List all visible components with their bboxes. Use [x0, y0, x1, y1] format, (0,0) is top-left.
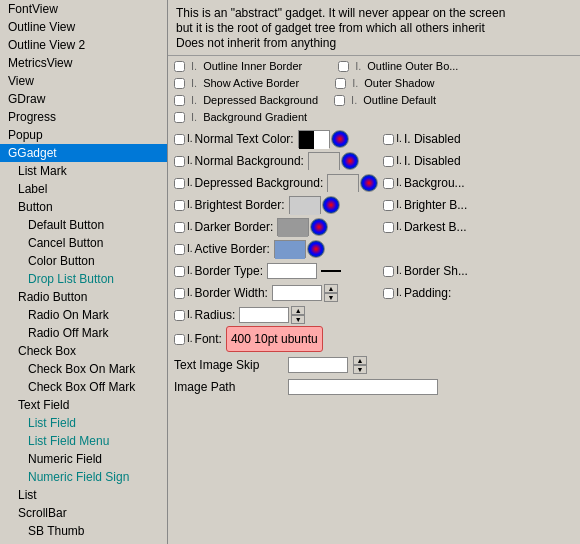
border-width-down[interactable]: ▼	[324, 293, 338, 302]
sidebar-item[interactable]: ScrollBar	[0, 504, 167, 522]
sidebar-item[interactable]: Line	[0, 540, 167, 544]
sidebar-item[interactable]: Progress	[0, 108, 167, 126]
sidebar-item[interactable]: Button	[0, 198, 167, 216]
border-type-cb[interactable]	[174, 266, 185, 277]
background-cb[interactable]	[383, 178, 394, 189]
brighter-border-cb[interactable]	[383, 200, 394, 211]
sidebar-item[interactable]: FontView	[0, 0, 167, 18]
sidebar: FontViewOutline ViewOutline View 2Metric…	[0, 0, 168, 544]
active-border-row: I. Active Border:	[174, 238, 378, 260]
sidebar-item[interactable]: Radio Button	[0, 288, 167, 306]
border-width-spinner[interactable]: ▲ ▼	[324, 284, 338, 302]
disabled2-cb[interactable]	[383, 156, 394, 167]
sidebar-item[interactable]: SB Thumb	[0, 522, 167, 540]
image-path-row: Image Path =	[174, 376, 574, 398]
normal-bg-box[interactable]	[308, 152, 340, 170]
inherit-outer-shadow-cb[interactable]	[335, 78, 346, 89]
padding-cb[interactable]	[383, 288, 394, 299]
sidebar-item[interactable]: GDraw	[0, 90, 167, 108]
radius-spinner[interactable]: ▲ ▼	[291, 306, 305, 324]
image-path-input[interactable]: =	[288, 379, 438, 395]
active-border-picker[interactable]	[307, 240, 325, 258]
inherit-label-5: I.	[191, 92, 197, 108]
inherit-depressed-bg-cb[interactable]	[174, 95, 185, 106]
brightest-border-box[interactable]	[289, 196, 321, 214]
sidebar-item[interactable]: Numeric Field Sign	[0, 468, 167, 486]
sidebar-item[interactable]: Label	[0, 180, 167, 198]
sidebar-item[interactable]: Default Button	[0, 216, 167, 234]
radius-down[interactable]: ▼	[291, 315, 305, 324]
normal-bg-swatch	[308, 152, 359, 170]
sidebar-item[interactable]: Cancel Button	[0, 234, 167, 252]
border-type-input[interactable]: Box	[267, 263, 317, 279]
normal-bg-picker[interactable]	[341, 152, 359, 170]
active-border-cb[interactable]	[174, 244, 185, 255]
text-image-skip-input[interactable]: 4	[288, 357, 348, 373]
darkest-border-cb[interactable]	[383, 222, 394, 233]
props-grid: I. Normal Text Color: I. Normal Backgrou…	[168, 128, 580, 352]
darker-border-box[interactable]	[277, 218, 309, 236]
swatch-active	[275, 241, 305, 259]
sidebar-item[interactable]: Outline View 2	[0, 36, 167, 54]
inherit-outer-border-cb[interactable]	[338, 61, 349, 72]
sidebar-item[interactable]: Radio Off Mark	[0, 324, 167, 342]
inherit-label-1: I.	[191, 58, 197, 74]
text-image-skip-down[interactable]: ▼	[353, 365, 367, 374]
active-border-box[interactable]	[274, 240, 306, 258]
sidebar-item[interactable]: Drop List Button	[0, 270, 167, 288]
sidebar-item[interactable]: List	[0, 486, 167, 504]
sidebar-item[interactable]: Check Box Off Mark	[0, 378, 167, 396]
sidebar-item[interactable]: View	[0, 72, 167, 90]
darker-border-label: Darker Border:	[195, 216, 274, 238]
normal-text-color-picker[interactable]	[331, 130, 349, 148]
darker-border-cb[interactable]	[174, 222, 185, 233]
empty-row	[383, 238, 574, 260]
inherit-inner-border-cb[interactable]	[174, 61, 185, 72]
sidebar-item[interactable]: Check Box	[0, 342, 167, 360]
brightest-border-picker[interactable]	[322, 196, 340, 214]
inherit-show-active-cb[interactable]	[174, 78, 185, 89]
radius-cb[interactable]	[174, 310, 185, 321]
inherit-inner-border: Outline Inner Border	[203, 58, 302, 74]
depressed-bg-cb[interactable]	[174, 178, 185, 189]
inherit-bg-gradient-cb[interactable]	[174, 112, 185, 123]
sidebar-list[interactable]: FontViewOutline ViewOutline View 2Metric…	[0, 0, 167, 544]
background-row: I. Backgrou...	[383, 172, 574, 194]
normal-text-color-cb[interactable]	[174, 134, 185, 145]
inherit-bg-gradient: Background Gradient	[203, 109, 307, 125]
radius-input[interactable]: 0	[239, 307, 289, 323]
sidebar-item[interactable]: List Field	[0, 414, 167, 432]
depressed-bg-picker[interactable]	[360, 174, 378, 192]
sidebar-item[interactable]: Radio On Mark	[0, 306, 167, 324]
text-image-skip-up[interactable]: ▲	[353, 356, 367, 365]
border-width-up[interactable]: ▲	[324, 284, 338, 293]
sidebar-item[interactable]: Popup	[0, 126, 167, 144]
inherit-outline-default-cb[interactable]	[334, 95, 345, 106]
sidebar-item[interactable]: List Field Menu	[0, 432, 167, 450]
brightest-border-cb[interactable]	[174, 200, 185, 211]
normal-bg-cb[interactable]	[174, 156, 185, 167]
radius-up[interactable]: ▲	[291, 306, 305, 315]
sidebar-item[interactable]: Color Button	[0, 252, 167, 270]
text-image-skip-spinner[interactable]: ▲ ▼	[353, 356, 367, 374]
border-width-cb[interactable]	[174, 288, 185, 299]
bottom-section: Text Image Skip 4 ▲ ▼ Image Path =	[168, 352, 580, 400]
text-image-skip-label: Text Image Skip	[174, 354, 284, 376]
darker-border-picker[interactable]	[310, 218, 328, 236]
sidebar-item[interactable]: Check Box On Mark	[0, 360, 167, 378]
normal-text-color-label: Normal Text Color:	[195, 128, 294, 150]
depressed-bg-box[interactable]	[327, 174, 359, 192]
font-cb[interactable]	[174, 334, 185, 345]
disabled-cb[interactable]	[383, 134, 394, 145]
sidebar-item[interactable]: List Mark	[0, 162, 167, 180]
radius-row: I. Radius: 0 ▲ ▼	[174, 304, 378, 326]
border-sh-cb[interactable]	[383, 266, 394, 277]
sidebar-item[interactable]: Outline View	[0, 18, 167, 36]
sidebar-item[interactable]: Text Field	[0, 396, 167, 414]
sidebar-item[interactable]: MetricsView	[0, 54, 167, 72]
border-width-input[interactable]: 1	[272, 285, 322, 301]
sidebar-item[interactable]: GGadget	[0, 144, 167, 162]
normal-text-color-box[interactable]	[298, 130, 330, 148]
image-path-label: Image Path	[174, 376, 284, 398]
sidebar-item[interactable]: Numeric Field	[0, 450, 167, 468]
